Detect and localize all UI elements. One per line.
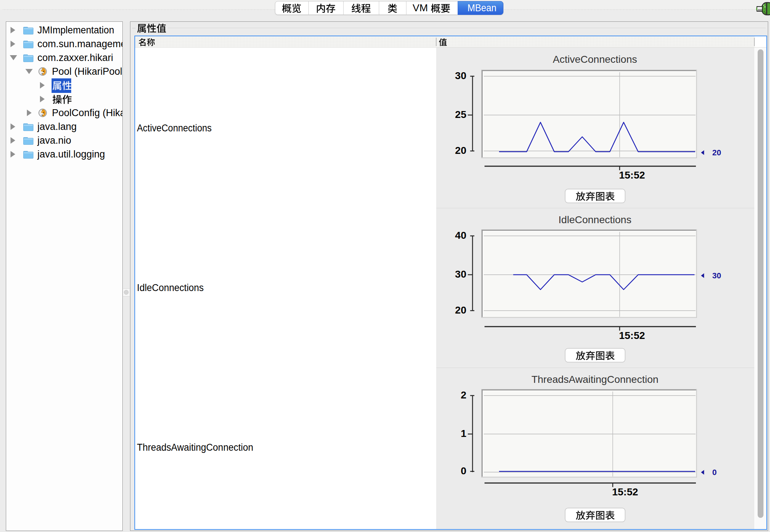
svg-text:15:52: 15:52: [612, 486, 638, 498]
svg-text:IdleConnections: IdleConnections: [559, 214, 632, 225]
svg-text:15:52: 15:52: [619, 330, 645, 341]
svg-text:30: 30: [455, 269, 466, 280]
svg-text:2: 2: [461, 389, 466, 401]
svg-text:30: 30: [455, 70, 466, 81]
svg-text:20: 20: [455, 304, 466, 316]
svg-text:ThreadsAwaitingConnection: ThreadsAwaitingConnection: [531, 374, 658, 385]
svg-text:0: 0: [461, 465, 466, 476]
svg-text:30: 30: [712, 271, 721, 280]
svg-text:25: 25: [455, 109, 466, 120]
svg-text:20: 20: [455, 145, 466, 156]
svg-text:15:52: 15:52: [619, 169, 645, 181]
svg-text:1: 1: [461, 428, 466, 439]
svg-text:ActiveConnections: ActiveConnections: [553, 54, 637, 65]
svg-text:20: 20: [712, 148, 721, 157]
svg-text:40: 40: [455, 230, 466, 241]
svg-text:0: 0: [712, 468, 717, 477]
